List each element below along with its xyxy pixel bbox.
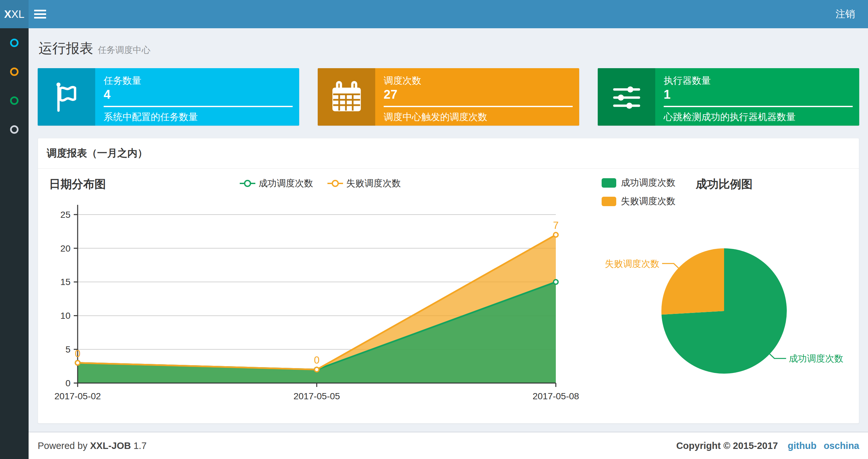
footer-powered-by: Powered by XXL-JOB 1.7 — [38, 440, 147, 451]
stat-box-executors: 执行器数量 1 心跳检测成功的执行器机器数量 — [598, 68, 859, 126]
svg-text:成功调度次数: 成功调度次数 — [789, 354, 843, 364]
divider — [384, 106, 573, 107]
page-header: 运行报表任务调度中心 — [29, 28, 868, 59]
stat-value: 4 — [104, 87, 293, 102]
circle-icon — [10, 67, 19, 76]
logout-link[interactable]: 注销 — [836, 0, 855, 28]
report-panel: 调度报表（一月之内） 日期分布图 成功调度次数失败调度次数 0510152025… — [38, 138, 859, 424]
content-area: 运行报表任务调度中心 任务数量 4 系统中配置的任务数量 — [29, 28, 868, 432]
circle-icon — [10, 125, 19, 134]
sidebar-item-4[interactable] — [0, 115, 29, 144]
stat-box-triggers: 调度次数 27 调度中心触发的调度次数 — [318, 68, 579, 126]
svg-text:0: 0 — [75, 348, 80, 359]
divider — [664, 106, 853, 107]
svg-text:2017-05-05: 2017-05-05 — [293, 391, 340, 401]
svg-text:0: 0 — [65, 378, 70, 388]
github-link[interactable]: github — [788, 440, 817, 451]
pie-legend-swatch-icon — [601, 178, 616, 188]
stat-value: 1 — [664, 87, 853, 102]
circle-icon — [10, 96, 19, 105]
app-logo[interactable]: XXL — [0, 0, 29, 28]
logo-text-bold: X — [4, 8, 11, 21]
logo-text: XL — [11, 8, 24, 21]
success-ratio-chart[interactable]: 成功比例图 成功调度次数失败调度次数 成功调度次数失败调度次数 — [594, 174, 851, 401]
circle-icon — [10, 39, 19, 47]
line-chart-canvas[interactable]: 05101520252017-05-022017-05-052017-05-08… — [46, 194, 595, 401]
hamburger-icon — [34, 10, 46, 11]
stat-label: 调度次数 — [384, 75, 573, 86]
svg-text:10: 10 — [60, 310, 70, 321]
page-subtitle: 任务调度中心 — [98, 45, 150, 55]
svg-text:7: 7 — [553, 220, 558, 231]
stat-value: 27 — [384, 87, 573, 102]
svg-text:0: 0 — [314, 355, 319, 366]
line-chart-legend: 成功调度次数失败调度次数 — [46, 177, 594, 190]
flag-icon — [38, 68, 95, 126]
line-legend-marker-icon — [240, 179, 255, 187]
page-title: 运行报表任务调度中心 — [39, 40, 858, 59]
stat-label: 任务数量 — [104, 75, 293, 86]
legend-item-失败调度次数[interactable]: 失败调度次数 — [328, 177, 401, 190]
stat-box-jobs: 任务数量 4 系统中配置的任务数量 — [38, 68, 299, 126]
sidebar-item-2[interactable] — [0, 57, 29, 86]
stat-boxes-row: 任务数量 4 系统中配置的任务数量 — [29, 68, 868, 126]
stat-label: 执行器数量 — [664, 75, 853, 86]
line-legend-marker-icon — [328, 179, 343, 187]
sidebar-toggle-button[interactable] — [34, 0, 54, 28]
sliders-icon — [598, 68, 655, 126]
svg-text:25: 25 — [60, 210, 70, 220]
svg-text:2017-05-02: 2017-05-02 — [54, 391, 101, 401]
svg-text:15: 15 — [60, 277, 70, 287]
sidebar-item-1[interactable] — [0, 28, 29, 57]
date-distribution-chart[interactable]: 日期分布图 成功调度次数失败调度次数 05101520252017-05-022… — [46, 174, 594, 401]
stat-description: 心跳检测成功的执行器机器数量 — [664, 111, 853, 123]
main-footer: Powered by XXL-JOB 1.7 Copyright © 2015-… — [29, 432, 868, 459]
panel-title: 调度报表（一月之内） — [38, 138, 859, 169]
pie-chart-title: 成功比例图 — [696, 176, 753, 192]
legend-item-成功调度次数[interactable]: 成功调度次数 — [240, 177, 313, 190]
svg-text:5: 5 — [65, 345, 70, 355]
stat-description: 调度中心触发的调度次数 — [384, 111, 573, 123]
pie-chart-canvas[interactable]: 成功调度次数失败调度次数 — [594, 194, 851, 401]
svg-text:2017-05-08: 2017-05-08 — [532, 391, 579, 401]
svg-text:20: 20 — [60, 243, 70, 254]
top-navbar: XXL 注销 — [0, 0, 868, 28]
divider — [104, 106, 293, 107]
footer-copyright: Copyright © 2015-2017 github oschina — [676, 440, 859, 451]
legend-item-成功调度次数[interactable]: 成功调度次数 — [601, 176, 675, 189]
calendar-icon — [318, 68, 375, 126]
oschina-link[interactable]: oschina — [824, 440, 859, 451]
sidebar-item-3[interactable] — [0, 86, 29, 115]
stat-description: 系统中配置的任务数量 — [104, 111, 293, 123]
svg-text:失败调度次数: 失败调度次数 — [605, 259, 659, 269]
sidebar — [0, 28, 29, 459]
